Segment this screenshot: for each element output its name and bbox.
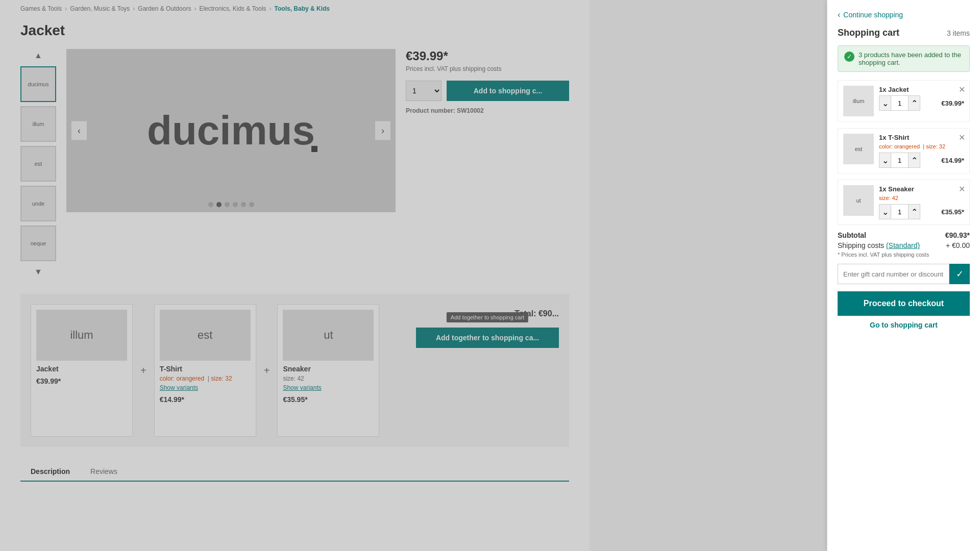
cart-item-0: ✕ illum 1x Jacket ⌄ ⌃ €39.99* <box>838 80 970 122</box>
cart-shipping-label: Shipping costs (Standard) <box>838 241 920 249</box>
go-to-cart-link[interactable]: Go to shopping cart <box>838 321 970 329</box>
cart-item-2-thumb: ut <box>843 185 874 216</box>
success-banner: ✓ 3 products have been added to the shop… <box>838 45 970 72</box>
cart-item-0-row: illum 1x Jacket ⌄ ⌃ €39.99* <box>843 86 964 116</box>
qty-increase-0[interactable]: ⌃ <box>909 96 920 110</box>
cart-item-2-meta: size: 42 <box>879 195 964 201</box>
qty-input-2[interactable] <box>891 205 909 219</box>
cart-subtotal-label: Subtotal <box>838 231 866 239</box>
qty-input-1[interactable] <box>891 153 909 167</box>
remove-item-0-button[interactable]: ✕ <box>959 85 965 94</box>
cart-item-2-price: €35.95* <box>941 208 964 216</box>
remove-item-1-button[interactable]: ✕ <box>959 133 965 142</box>
cart-item-1-thumb: est <box>843 134 874 164</box>
discount-input[interactable] <box>838 264 949 284</box>
discount-row: ✓ <box>838 264 970 284</box>
success-message: 3 products have been added to the shoppi… <box>859 51 963 66</box>
cart-item-1-name: 1x T-Shirt <box>879 134 964 141</box>
chevron-left-icon: ‹ <box>838 10 840 19</box>
cart-item-1-row: est 1x T-Shirt color: orangered | size: … <box>843 134 964 168</box>
cart-item-2: ✕ ut 1x Sneaker size: 42 ⌄ <box>838 180 970 225</box>
shipping-standard-link[interactable]: (Standard) <box>886 241 920 249</box>
success-icon: ✓ <box>844 52 854 62</box>
cart-header: Shopping cart 3 items <box>838 28 970 38</box>
cart-subtotal-row: Subtotal €90.93* <box>838 231 970 239</box>
cart-item-0-thumb: illum <box>843 86 874 116</box>
qty-stepper-1: ⌄ ⌃ <box>879 153 920 168</box>
remove-item-2-button[interactable]: ✕ <box>959 184 965 194</box>
cart-item-1-meta: color: orangered | size: 32 <box>879 143 964 149</box>
cart-subtotal-value: €90.93* <box>945 231 970 239</box>
qty-increase-2[interactable]: ⌃ <box>909 205 920 219</box>
cart-item-2-qty-price: ⌄ ⌃ €35.95* <box>879 204 964 219</box>
cart-item-0-name: 1x Jacket <box>879 86 964 93</box>
cart-item-1: ✕ est 1x T-Shirt color: orangered | size… <box>838 128 970 173</box>
continue-shopping-button[interactable]: ‹ Continue shopping <box>838 10 970 19</box>
qty-decrease-1[interactable]: ⌄ <box>879 153 891 167</box>
cart-item-2-row: ut 1x Sneaker size: 42 ⌄ ⌃ <box>843 185 964 219</box>
cart-item-0-qty-price: ⌄ ⌃ €39.99* <box>879 95 964 111</box>
cart-item-0-price: €39.99* <box>941 99 964 107</box>
proceed-to-checkout-button[interactable]: Proceed to checkout <box>838 291 970 316</box>
qty-decrease-2[interactable]: ⌄ <box>879 205 891 219</box>
cart-item-1-price: €14.99* <box>941 157 964 164</box>
cart-item-0-details: 1x Jacket ⌄ ⌃ €39.99* <box>879 86 964 111</box>
qty-input-0[interactable] <box>891 96 909 110</box>
cart-count: 3 items <box>947 29 970 37</box>
continue-shopping-label: Continue shopping <box>843 11 903 19</box>
qty-stepper-2: ⌄ ⌃ <box>879 204 920 219</box>
discount-submit-button[interactable]: ✓ <box>949 264 970 284</box>
cart-item-1-qty-price: ⌄ ⌃ €14.99* <box>879 153 964 168</box>
vat-note: * Prices incl. VAT plus shipping costs <box>838 252 970 258</box>
cart-item-2-details: 1x Sneaker size: 42 ⌄ ⌃ €35.95* <box>879 185 964 219</box>
cart-shipping-value: + €0.00 <box>946 241 970 249</box>
cart-shipping-row: Shipping costs (Standard) + €0.00 <box>838 241 970 249</box>
cart-title: Shopping cart <box>838 28 899 38</box>
qty-increase-1[interactable]: ⌃ <box>909 153 920 167</box>
qty-stepper-0: ⌄ ⌃ <box>879 95 920 111</box>
qty-decrease-0[interactable]: ⌄ <box>879 96 891 110</box>
cart-item-2-name: 1x Sneaker <box>879 185 964 193</box>
cart-panel: ‹ Continue shopping Shopping cart 3 item… <box>827 0 980 551</box>
overlay <box>0 0 827 551</box>
cart-item-1-details: 1x T-Shirt color: orangered | size: 32 ⌄… <box>879 134 964 168</box>
